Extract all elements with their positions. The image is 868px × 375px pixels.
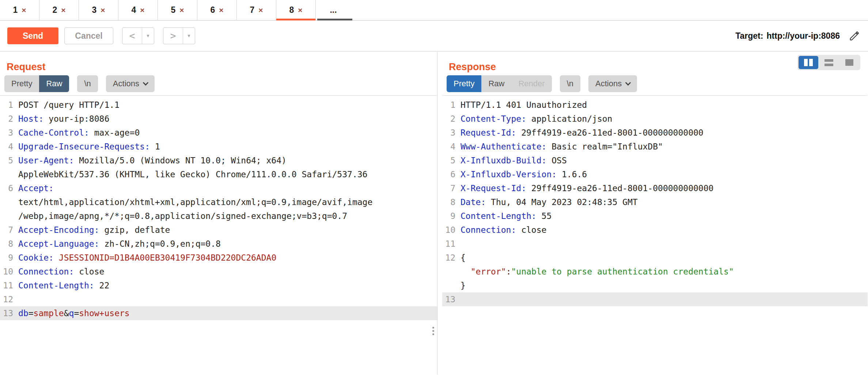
history-forward-button[interactable]: > bbox=[163, 28, 183, 44]
tab-pretty[interactable]: Pretty bbox=[4, 75, 39, 92]
repeater-tab-3[interactable]: 3× bbox=[79, 0, 118, 20]
code-line[interactable]: 10Connection: close bbox=[442, 223, 868, 237]
repeater-tab-1[interactable]: 1× bbox=[0, 0, 39, 20]
repeater-tab-7[interactable]: 7× bbox=[237, 0, 276, 20]
close-tab-icon[interactable]: × bbox=[101, 6, 105, 15]
code-line[interactable]: 2Content-Type: application/json bbox=[442, 112, 868, 126]
code-line[interactable]: 5X-Influxdb-Build: OSS bbox=[442, 154, 868, 167]
repeater-tab-4[interactable]: 4× bbox=[118, 0, 158, 20]
tab-label: 5 bbox=[171, 5, 175, 15]
newline-toggle[interactable]: \n bbox=[77, 75, 98, 92]
code-line[interactable]: 12 bbox=[0, 292, 437, 306]
line-text: Www-Authenticate: Basic realm="InfluxDB" bbox=[459, 140, 663, 154]
request-panel-header: Request bbox=[0, 52, 437, 75]
code-line[interactable]: 9Cookie: JSESSIONID=D1B4A00EB30419F7304B… bbox=[0, 251, 437, 265]
code-line[interactable]: 4Www-Authenticate: Basic realm="InfluxDB… bbox=[442, 140, 868, 154]
line-text: Accept-Language: zh-CN,zh;q=0.9,en;q=0.8 bbox=[17, 237, 221, 251]
tab-render[interactable]: Render bbox=[511, 75, 551, 92]
line-text: Connection: close bbox=[459, 223, 546, 237]
code-line[interactable]: /webp,image/apng,*/*;q=0.8,application/s… bbox=[0, 209, 437, 223]
close-tab-icon[interactable]: × bbox=[179, 6, 184, 15]
repeater-tab-6[interactable]: 6× bbox=[197, 0, 237, 20]
code-line[interactable]: 6X-Influxdb-Version: 1.6.6 bbox=[442, 167, 868, 181]
repeater-tab-8[interactable]: 8× bbox=[276, 0, 316, 20]
line-text: HTTP/1.1 401 Unauthorized bbox=[459, 98, 587, 112]
code-line[interactable]: 3Request-Id: 29ff4919-ea26-11ed-8001-000… bbox=[442, 126, 868, 140]
repeater-tab-5[interactable]: 5× bbox=[158, 0, 197, 20]
close-tab-icon[interactable]: × bbox=[219, 6, 223, 15]
line-text: Content-Length: 22 bbox=[17, 279, 109, 292]
panel-splitter[interactable] bbox=[437, 52, 442, 375]
code-line[interactable]: 1POST /query HTTP/1.1 bbox=[0, 98, 437, 112]
code-line[interactable]: 11 bbox=[442, 237, 868, 251]
line-text: Date: Thu, 04 May 2023 02:48:35 GMT bbox=[459, 195, 638, 209]
line-number: 1 bbox=[0, 98, 17, 112]
tab-label: 2 bbox=[52, 5, 57, 15]
request-editor[interactable]: 1POST /query HTTP/1.12Host: your-ip:8086… bbox=[0, 95, 437, 375]
code-line[interactable]: 13 bbox=[442, 292, 868, 306]
repeater-tabs: 1×2×3×4×5×6×7×8× bbox=[0, 0, 316, 20]
code-line[interactable]: 8Date: Thu, 04 May 2023 02:48:35 GMT bbox=[442, 195, 868, 209]
line-text: Cookie: JSESSIONID=D1B4A00EB30419F7304BD… bbox=[17, 251, 276, 265]
tab-label: 4 bbox=[131, 5, 136, 15]
code-line[interactable]: 7X-Request-Id: 29ff4919-ea26-11ed-8001-0… bbox=[442, 181, 868, 195]
chevron-down-icon bbox=[625, 80, 631, 86]
response-panel-header: Response bbox=[442, 52, 868, 75]
history-back-button[interactable]: < bbox=[122, 28, 142, 44]
code-line[interactable]: 11Content-Length: 22 bbox=[0, 279, 437, 292]
line-text: Host: your-ip:8086 bbox=[17, 112, 109, 126]
response-actions-menu[interactable]: Actions bbox=[588, 75, 637, 92]
rows-layout-icon bbox=[825, 59, 833, 66]
line-number: 13 bbox=[0, 306, 17, 320]
layout-rows-button[interactable] bbox=[819, 56, 839, 69]
code-line[interactable]: 5User-Agent: Mozilla/5.0 (Windows NT 10.… bbox=[0, 154, 437, 167]
line-number: 2 bbox=[0, 112, 17, 126]
tab-overflow-button[interactable]: ... bbox=[316, 0, 351, 20]
close-tab-icon[interactable]: × bbox=[61, 6, 65, 15]
code-line[interactable]: } bbox=[442, 279, 868, 292]
code-line[interactable]: 13db=sample&q=show+users bbox=[0, 306, 437, 320]
line-text: POST /query HTTP/1.1 bbox=[17, 98, 120, 112]
request-actions-menu[interactable]: Actions bbox=[106, 75, 155, 92]
close-tab-icon[interactable]: × bbox=[140, 6, 144, 15]
newline-toggle[interactable]: \n bbox=[560, 75, 580, 92]
line-text: Accept: bbox=[17, 181, 54, 195]
close-tab-icon[interactable]: × bbox=[258, 6, 263, 15]
code-line[interactable]: 1HTTP/1.1 401 Unauthorized bbox=[442, 98, 868, 112]
code-line[interactable]: 6Accept: bbox=[0, 181, 437, 195]
layout-columns-button[interactable] bbox=[799, 56, 818, 69]
edit-target-icon[interactable] bbox=[848, 30, 861, 42]
line-number: 9 bbox=[442, 209, 459, 223]
code-line[interactable]: 10Connection: close bbox=[0, 265, 437, 279]
request-title: Request bbox=[7, 61, 46, 73]
tab-raw[interactable]: Raw bbox=[39, 75, 69, 92]
close-tab-icon[interactable]: × bbox=[22, 6, 26, 15]
send-button[interactable]: Send bbox=[7, 27, 58, 44]
code-line[interactable]: 9Content-Length: 55 bbox=[442, 209, 868, 223]
target-bar: Target: http://your-ip:8086 bbox=[735, 30, 861, 42]
tab-raw[interactable]: Raw bbox=[481, 75, 511, 92]
splitter-grip-icon[interactable] bbox=[432, 327, 434, 329]
response-editor[interactable]: 1HTTP/1.1 401 Unauthorized2Content-Type:… bbox=[442, 95, 868, 375]
close-tab-icon[interactable]: × bbox=[298, 6, 302, 15]
code-line[interactable]: 3Cache-Control: max-age=0 bbox=[0, 126, 437, 140]
line-number: 10 bbox=[0, 265, 17, 279]
layout-single-button[interactable] bbox=[839, 56, 859, 69]
line-text: AppleWebKit/537.36 (KHTML, like Gecko) C… bbox=[17, 167, 367, 181]
code-line[interactable]: 2Host: your-ip:8086 bbox=[0, 112, 437, 126]
line-text: X-Influxdb-Version: 1.6.6 bbox=[459, 167, 587, 181]
code-line[interactable]: AppleWebKit/537.36 (KHTML, like Gecko) C… bbox=[0, 167, 437, 181]
cancel-button[interactable]: Cancel bbox=[64, 27, 113, 44]
repeater-tab-2[interactable]: 2× bbox=[39, 0, 79, 20]
target-label: Target: bbox=[735, 31, 763, 41]
tab-pretty[interactable]: Pretty bbox=[447, 75, 481, 92]
code-line[interactable]: 7Accept-Encoding: gzip, deflate bbox=[0, 223, 437, 237]
line-text: Content-Length: 55 bbox=[459, 209, 551, 223]
code-line[interactable]: 4Upgrade-Insecure-Requests: 1 bbox=[0, 140, 437, 154]
code-line[interactable]: text/html,application/xhtml+xml,applicat… bbox=[0, 195, 437, 209]
history-forward-dropdown-icon[interactable]: ▼ bbox=[183, 28, 195, 44]
history-back-dropdown-icon[interactable]: ▼ bbox=[142, 28, 154, 44]
code-line[interactable]: "error":"unable to parse authentication … bbox=[442, 265, 868, 279]
code-line[interactable]: 8Accept-Language: zh-CN,zh;q=0.9,en;q=0.… bbox=[0, 237, 437, 251]
code-line[interactable]: 12{ bbox=[442, 251, 868, 265]
